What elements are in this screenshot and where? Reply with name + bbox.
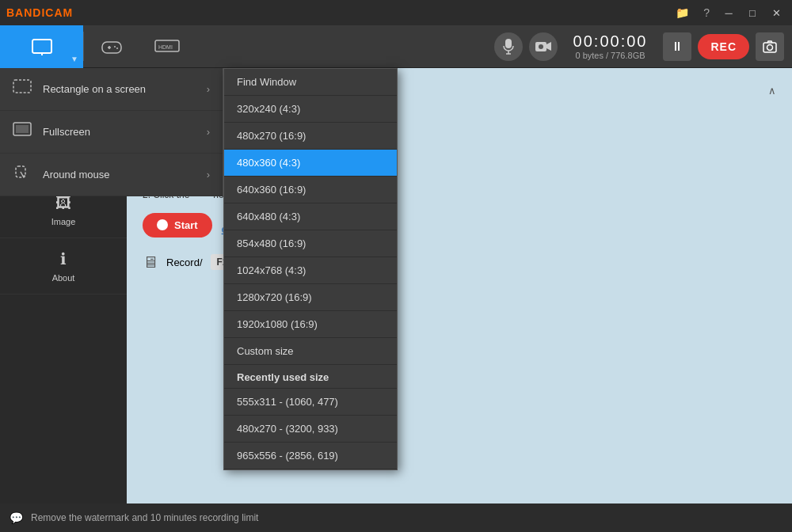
microphone-button[interactable]	[494, 32, 523, 61]
record-label: Record/	[166, 256, 203, 268]
svg-marker-14	[546, 42, 551, 51]
rectangle-arrow-icon: ›	[207, 83, 210, 95]
collapse-button[interactable]: ∧	[768, 85, 776, 97]
cam-icon	[535, 40, 551, 53]
screen-mode-icon	[31, 38, 53, 55]
hdmi-mode-button[interactable]: HDMI	[139, 25, 195, 68]
res-854x480[interactable]: 854x480 (16:9)	[224, 230, 397, 257]
app-window: BANDICAM 📁 ? ─ □ ✕ ▼	[0, 0, 792, 532]
svg-text:HDMI: HDMI	[158, 44, 173, 50]
svg-rect-23	[16, 125, 29, 133]
sidebar-item-about[interactable]: ℹ About	[0, 238, 127, 294]
help-icon[interactable]: ?	[699, 6, 714, 19]
svg-point-15	[539, 44, 543, 49]
image-icon: 🖼	[55, 194, 71, 212]
game-mode-button[interactable]	[84, 25, 139, 68]
watermark-text: Remove the watermark and 10 minutes reco…	[31, 512, 258, 523]
res-640x480[interactable]: 640x480 (4:3)	[224, 203, 397, 230]
title-bar-controls: 📁 ? ─ □ ✕	[671, 5, 786, 21]
game-icon	[101, 39, 122, 55]
around-mouse-arrow-icon: ›	[207, 169, 210, 180]
folder-icon[interactable]: 📁	[671, 6, 694, 19]
svg-rect-0	[32, 40, 51, 53]
res-480x270[interactable]: 480x270 (16:9)	[224, 123, 397, 150]
start-record-button[interactable]: Start	[143, 213, 212, 238]
screen-mode-button[interactable]: ▼	[0, 25, 83, 68]
about-label: About	[52, 273, 75, 283]
webcam-button[interactable]	[529, 32, 558, 61]
close-button[interactable]: ✕	[767, 5, 786, 21]
rec-btn-icon	[157, 219, 168, 230]
toolbar-right: 00:00:00 0 bytes / 776.8GB ⏸ REC	[486, 25, 792, 67]
storage-display: 0 bytes / 776.8GB	[575, 51, 645, 60]
resolution-dropdown: Find Window 320x240 (4:3) 480x270 (16:9)…	[223, 68, 398, 470]
minimize-button[interactable]: ─	[719, 5, 738, 21]
rectangle-icon	[13, 79, 32, 99]
record-button[interactable]: REC	[698, 34, 749, 59]
around-mouse-icon	[13, 165, 32, 184]
hdmi-icon: HDMI	[154, 39, 180, 55]
mode-menu: Rectangle on a screen › Fullscreen ›	[0, 68, 223, 196]
svg-point-17	[767, 44, 773, 50]
res-1920x1080[interactable]: 1920x1080 (16:9)	[224, 311, 397, 338]
res-recent-3[interactable]: 965x556 - (2856, 619)	[224, 443, 397, 469]
logo-cam: CAM	[45, 6, 73, 19]
about-icon: ℹ	[60, 249, 67, 268]
mode-item-rectangle[interactable]: Rectangle on a screen ›	[0, 68, 223, 111]
mode-rectangle-label: Rectangle on a screen	[43, 83, 146, 95]
recently-used-label: Recently used size	[224, 365, 397, 389]
timer-section: 00:00:00 0 bytes / 776.8GB	[564, 32, 657, 60]
svg-point-6	[114, 46, 116, 48]
record-monitor-icon: 🖥	[143, 253, 158, 272]
screenshot-button[interactable]	[756, 32, 784, 61]
pause-button[interactable]: ⏸	[663, 32, 691, 61]
main-area: Screen Rec 🎮 Game Rec 🖼 Image ℹ About	[0, 68, 792, 504]
maximize-button[interactable]: □	[743, 5, 762, 21]
res-480x360[interactable]: 480x360 (4:3)	[224, 150, 397, 177]
title-bar: BANDICAM 📁 ? ─ □ ✕	[0, 0, 792, 25]
res-find-window[interactable]: Find Window	[224, 69, 397, 96]
svg-rect-3	[102, 42, 121, 53]
watermark-icon: 💬	[10, 511, 23, 524]
res-custom-size[interactable]: Custom size	[224, 338, 397, 365]
fullscreen-arrow-icon: ›	[207, 126, 210, 138]
timer-display: 00:00:00	[573, 32, 648, 51]
mode-fullscreen-label: Fullscreen	[43, 126, 90, 138]
dropdown-arrow-icon: ▼	[70, 55, 78, 63]
logo-bandi: BANDI	[6, 6, 45, 19]
svg-point-7	[116, 48, 118, 49]
app-logo: BANDICAM	[6, 6, 73, 19]
screenshot-icon	[763, 40, 777, 53]
res-1280x720[interactable]: 1280x720 (16:9)	[224, 284, 397, 311]
mode-around-mouse-label: Around mouse	[43, 169, 110, 180]
bottom-bar: 💬 Remove the watermark and 10 minutes re…	[0, 504, 792, 532]
start-record-label: Start	[174, 219, 198, 231]
image-label: Image	[51, 217, 76, 226]
res-1024x768[interactable]: 1024x768 (4:3)	[224, 257, 397, 284]
svg-rect-21	[13, 80, 31, 93]
mode-item-around-mouse[interactable]: Around mouse ›	[0, 154, 223, 196]
svg-rect-10	[505, 39, 512, 48]
mode-item-fullscreen[interactable]: Fullscreen ›	[0, 111, 223, 154]
res-640x360[interactable]: 640x360 (16:9)	[224, 177, 397, 203]
fullscreen-icon	[13, 122, 32, 142]
res-recent-1[interactable]: 555x311 - (1060, 477)	[224, 389, 397, 416]
res-recent-2[interactable]: 480x270 - (3200, 933)	[224, 416, 397, 443]
mic-icon	[503, 39, 514, 55]
res-320x240[interactable]: 320x240 (4:3)	[224, 96, 397, 123]
toolbar: ▼ HDMI	[0, 25, 792, 68]
